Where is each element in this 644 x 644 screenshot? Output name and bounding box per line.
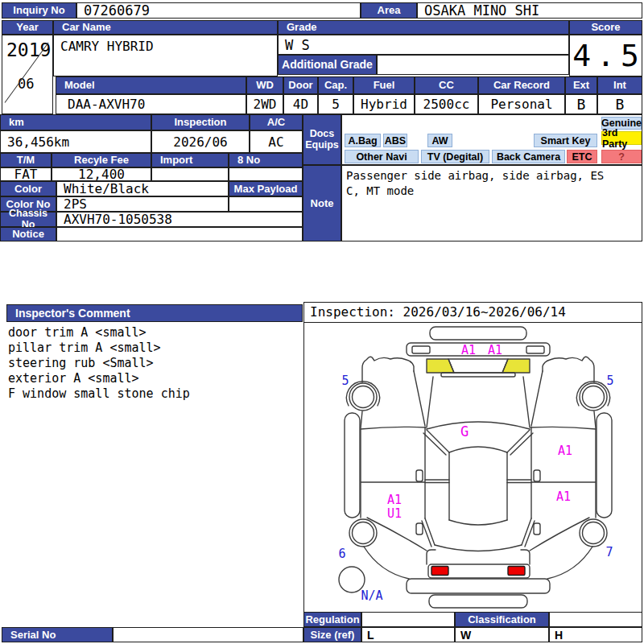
recycle-fee-label: Recyle Fee — [52, 153, 151, 167]
damage-label-front-1: A1 — [461, 343, 476, 357]
ext-label: Ext — [565, 76, 597, 94]
classification-value — [549, 612, 642, 627]
cc-label: CC — [415, 76, 478, 94]
model-value: DAA-AXVH70 — [56, 94, 246, 114]
wheel-arch-front-right — [577, 382, 610, 406]
trunk-side-right — [521, 550, 530, 564]
badge-abs: ABS — [383, 134, 407, 147]
size-label: Size (ref) — [303, 627, 361, 642]
wheel-arch-front-left — [347, 382, 380, 406]
taillight-right — [508, 567, 525, 576]
hood-edge-left — [427, 377, 433, 427]
cap-value: 5 — [318, 94, 353, 114]
badge-other-navi: Other Navi — [345, 150, 419, 163]
damage-label-front-2: A1 — [488, 343, 502, 357]
windshield-outer — [427, 422, 530, 429]
badge-smart-key: Smart Key — [534, 134, 597, 147]
badge-tv-digital: TV (Degital) — [421, 150, 489, 163]
note-label: Note — [303, 165, 341, 242]
wheel-rear-left — [349, 519, 377, 547]
cc-value: 2500cc — [415, 94, 478, 114]
fender-front-right-lower — [594, 411, 596, 428]
badge-back-camera: Back Camera — [492, 150, 565, 163]
front-bumper — [430, 327, 526, 340]
score-label: Score — [569, 20, 642, 35]
badge-alloy-wheels: AW — [427, 134, 452, 147]
door-handle-rear-left — [416, 523, 423, 535]
color-value: White/Black — [56, 181, 229, 196]
eight-no-label: 8 No — [229, 153, 303, 167]
badge-airbag: A.Bag — [345, 134, 381, 147]
int-label: Int — [597, 76, 642, 94]
rear-glass-inner — [449, 520, 507, 525]
car-record-value: Personal — [478, 94, 565, 114]
wheel-front-left — [349, 383, 377, 411]
car-record-label: Car Record — [478, 76, 565, 94]
docs-equips-label: Docs Equips — [303, 114, 341, 165]
damage-label-front-right-door: A1 — [558, 444, 572, 458]
serial-no-value — [113, 627, 303, 642]
tire-label-rear-left: 6 — [338, 547, 345, 561]
a-pillar-left — [423, 430, 449, 455]
size-l-cell: L — [361, 627, 455, 642]
additional-grade-label: Additional Grade — [278, 55, 377, 75]
door-label: Door — [283, 76, 318, 94]
windshield-inner — [449, 447, 507, 452]
tire-label-rear-right: 7 — [605, 545, 613, 559]
a-pillar-right — [507, 430, 533, 455]
score-value: 4.5 — [569, 35, 642, 76]
c-pillar-right — [522, 518, 535, 547]
ac-label: A/C — [250, 114, 303, 130]
cowl-damage-right — [502, 359, 530, 373]
area-label: Area — [361, 2, 417, 19]
beltline-front-right — [530, 427, 596, 429]
damage-label-rear-left-door-2: U1 — [387, 506, 402, 521]
badge-unknown: ? — [601, 150, 642, 163]
area-value: OSAKA MINO SHI — [417, 2, 642, 19]
damage-label-windshield: G — [460, 423, 469, 440]
int-value: B — [597, 94, 642, 114]
import-value — [151, 167, 229, 181]
door-handle-rear-right — [534, 523, 540, 535]
grade-label: Grade — [278, 20, 569, 35]
taillight-left — [431, 567, 448, 576]
quarter-panel-left — [364, 518, 427, 579]
comment-line: pillar trim A <small> — [8, 341, 190, 356]
rocker-panel-right — [597, 413, 612, 518]
serial-no-label: Serial No — [2, 627, 113, 642]
fender-front-right — [543, 357, 594, 382]
equips-label: Equips — [305, 140, 339, 151]
classification-label: Classification — [455, 612, 549, 627]
door-handle-front-left — [416, 470, 423, 481]
wheel-front-left-rim — [353, 386, 374, 408]
door-value: 4D — [283, 94, 318, 114]
inspector-comment-title: Inspector's Comment — [6, 304, 303, 322]
car-name-label: Car Name — [53, 20, 278, 35]
km-value: 36,456km — [0, 130, 151, 153]
year-value-bottom: 06 — [18, 76, 34, 92]
size-w-cell: W — [455, 627, 549, 642]
inspection-period: Inspection: 2026/03/16~2026/06/14 — [304, 303, 642, 323]
auction-sheet: Inquiry No 07260679 Area OSAKA MINO SHI … — [0, 0, 644, 644]
car-damage-diagram: A1 A1 G A1 A1 A1 U1 5 5 6 7 N/A — [304, 323, 642, 610]
b-pillar-right — [507, 480, 531, 483]
fender-front-right-edge — [531, 371, 543, 426]
rear-glass-outer — [435, 545, 522, 551]
wd-label: WD — [246, 76, 283, 94]
c-pillar-left — [422, 518, 435, 547]
note-cell: Passenger side airbag, side airbag, ESC,… — [341, 165, 642, 242]
inquiry-no-label: Inquiry No — [2, 2, 76, 19]
year-value-top: 2019 — [6, 39, 51, 60]
model-label: Model — [56, 76, 246, 94]
wd-value: 2WD — [246, 94, 283, 114]
rear-bumper — [407, 579, 550, 593]
damage-label-rear-left-door-1: A1 — [387, 493, 402, 507]
comment-line: exterior A <small> — [8, 371, 190, 386]
comment-line: F window small stone chip — [8, 386, 190, 402]
comment-line: steering rub <Small> — [8, 356, 190, 371]
tm-value: FAT — [0, 167, 52, 181]
comment-line: door trim A <small> — [8, 325, 190, 341]
cowl-bar — [441, 373, 515, 377]
door-handle-front-right — [534, 470, 540, 481]
car-name-value: CAMRY HYBRID — [53, 35, 278, 76]
